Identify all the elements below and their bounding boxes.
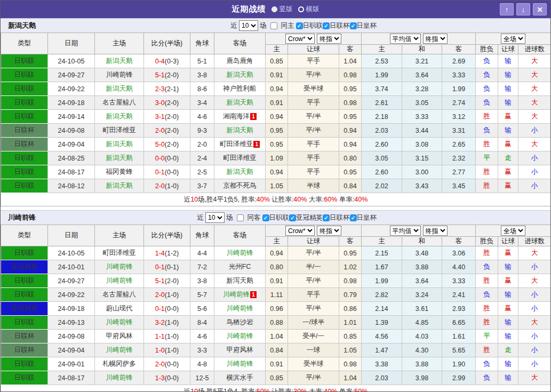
match-row: 日职联24-09-13川崎前锋3-2(1-0)8-4鸟栖沙岩0.88一/球半1.… bbox=[1, 316, 551, 330]
col-corner: 角球 bbox=[190, 33, 214, 54]
match-date-cell: 24-09-18 bbox=[48, 302, 95, 316]
result-goals-cell: 小 bbox=[518, 357, 551, 371]
checked-checkbox-icon[interactable] bbox=[350, 214, 357, 221]
league-filter-item[interactable]: 亚冠精英 bbox=[289, 213, 323, 222]
league-filter-item[interactable]: 日皇杯 bbox=[350, 21, 377, 30]
same-venue-label: 同主 bbox=[281, 21, 294, 30]
crow-away-odds-cell: 0.98 bbox=[339, 357, 362, 371]
layout-radio-horizontal[interactable]: 横版 bbox=[298, 5, 320, 14]
col-type: 类型 bbox=[1, 225, 48, 246]
close-button[interactable]: ✕ bbox=[533, 3, 547, 15]
layout-radio-vertical[interactable]: 竖版 bbox=[271, 5, 293, 14]
home-team-name: 新潟天鹅 bbox=[106, 140, 133, 148]
league-filter-item[interactable]: 日职联 bbox=[262, 213, 290, 222]
same-venue-checkbox[interactable] bbox=[270, 22, 277, 29]
same-venue-checkbox[interactable] bbox=[237, 214, 244, 221]
summary-label: 场,胜4平1负5, 胜率: bbox=[198, 196, 257, 203]
avg-draw-odds-cell: 3.61 bbox=[402, 302, 442, 316]
league-checkboxes: 日职联亚冠精英日联杯日皇杯 bbox=[262, 213, 377, 222]
checked-checkbox-icon[interactable] bbox=[323, 214, 330, 221]
away-team-name: 川崎前锋 bbox=[227, 305, 253, 312]
odds-source-select[interactable]: Crow* bbox=[285, 34, 315, 44]
avg-home-odds-cell: 2.18 bbox=[362, 110, 402, 124]
corner-cell: 4-4 bbox=[190, 246, 214, 260]
match-count-select[interactable]: 10 bbox=[239, 20, 258, 31]
sub-col-header: 让球 bbox=[498, 45, 518, 54]
score-cell: 5-1(2-0) bbox=[144, 68, 190, 82]
checked-checkbox-icon[interactable] bbox=[289, 214, 296, 221]
match-count-select[interactable]: 10 bbox=[205, 212, 225, 223]
scope-select[interactable]: 全场 bbox=[501, 226, 525, 236]
score-cell: 2-0(0-0) bbox=[144, 357, 190, 371]
crow-handicap-cell: 半球 bbox=[288, 179, 339, 193]
away-team-cell: 湘南海洋1 bbox=[214, 110, 266, 124]
checked-checkbox-icon[interactable] bbox=[323, 22, 330, 29]
avg-time-select[interactable]: 终指 bbox=[423, 34, 448, 44]
league-filter-item[interactable]: 日职联 bbox=[296, 21, 323, 30]
fulltime-score: 0-1 bbox=[155, 263, 165, 271]
avg-away-odds-cell: 3.45 bbox=[442, 179, 476, 193]
match-date-cell: 24-10-05 bbox=[48, 54, 95, 68]
radio-selected-icon[interactable] bbox=[271, 6, 277, 12]
match-date-cell: 24-09-22 bbox=[48, 82, 95, 96]
match-date-cell: 24-08-17 bbox=[48, 165, 95, 179]
league-filter-item[interactable]: 日联杯 bbox=[323, 213, 350, 222]
match-row: 日联杯24-09-04新潟天鹅5-0(2-0)2-0町田泽维亚10.95平手0.… bbox=[1, 138, 551, 151]
match-row: 日职联24-10-05新潟天鹅0-4(0-3)5-1鹿岛鹿角0.85平手1.04… bbox=[1, 54, 551, 68]
match-row: 日职联24-09-22新潟天鹅2-3(2-1)8-6神户胜利船0.94受半球0.… bbox=[1, 82, 551, 96]
halftime-score: (0-0) bbox=[165, 374, 179, 382]
checked-checkbox-icon[interactable] bbox=[350, 22, 357, 29]
result-handicap-cell: 输 bbox=[498, 288, 518, 302]
away-team-cell: 町田泽维亚 bbox=[214, 151, 266, 165]
summary-label: 单率: bbox=[337, 388, 354, 392]
home-team-cell: 新潟天鹅 bbox=[95, 54, 144, 68]
league-filter-item[interactable]: 日皇杯 bbox=[350, 213, 377, 222]
league-filter-item[interactable]: 日联杯 bbox=[323, 21, 350, 30]
odds-time-select[interactable]: 终指 bbox=[317, 34, 341, 44]
avg-source-select[interactable]: 平均值 bbox=[390, 226, 421, 236]
match-type-cell: 日联杯 bbox=[1, 138, 48, 151]
match-date-cell: 24-08-25 bbox=[48, 151, 95, 165]
crow-home-odds-cell: 1.11 bbox=[266, 288, 288, 302]
crow-home-odds-cell: 0.91 bbox=[266, 357, 288, 371]
score-cell: 5-0(2-0) bbox=[144, 138, 190, 151]
scope-select[interactable]: 全场 bbox=[501, 34, 525, 44]
move-up-button[interactable]: ↑ bbox=[500, 3, 514, 15]
sub-col-header: 客 bbox=[442, 45, 476, 54]
odds-source-select[interactable]: Crow* bbox=[285, 226, 315, 236]
avg-time-select[interactable]: 终指 bbox=[423, 226, 448, 236]
score-cell: 1-0(1-0) bbox=[144, 343, 190, 357]
halftime-score: (0-0) bbox=[165, 155, 179, 162]
section-header: 新潟天鹅 近 10 场 同主 日职联日联杯日皇杯 bbox=[1, 18, 550, 33]
score-cell: 3-1(2-0) bbox=[144, 110, 190, 124]
result-handicap-cell: 赢 bbox=[498, 179, 518, 193]
radio-unselected-icon[interactable] bbox=[298, 6, 304, 12]
avg-home-odds-cell: 1.47 bbox=[362, 343, 402, 357]
avg-home-odds-cell: 2.03 bbox=[362, 124, 402, 138]
corner-cell: 8-6 bbox=[190, 82, 214, 96]
col-home: 主场 bbox=[95, 225, 144, 246]
result-goals-cell: 小 bbox=[518, 151, 551, 165]
away-team-cell: 新潟天鹅 bbox=[214, 165, 266, 179]
odds-time-select[interactable]: 终指 bbox=[317, 226, 341, 236]
match-date-cell: 24-08-12 bbox=[48, 179, 95, 193]
result-winlose-cell: 负 bbox=[476, 68, 498, 82]
sub-col-header: 主 bbox=[362, 237, 402, 246]
score-cell: 1-3(0-0) bbox=[144, 371, 190, 385]
home-team-cell: 川崎前锋 bbox=[95, 371, 144, 385]
match-row: 亚冠精英24-10-01川崎前锋0-1(0-1)7-2光州FC0.80半/一1.… bbox=[1, 260, 551, 274]
match-row: 日职联24-08-25新潟天鹅0-0(0-0)2-4町田泽维亚1.09平手0.8… bbox=[1, 151, 551, 165]
move-down-button[interactable]: ↓ bbox=[516, 3, 530, 15]
games-label: 场 bbox=[260, 21, 267, 30]
home-team-cell: 川崎前锋 bbox=[95, 343, 144, 357]
match-row: 日职联24-10-05町田泽维亚1-4(1-2)4-4川崎前锋0.94平/半0.… bbox=[1, 246, 551, 260]
checked-checkbox-icon[interactable] bbox=[262, 214, 269, 221]
avg-source-select[interactable]: 平均值 bbox=[390, 34, 421, 44]
checked-checkbox-icon[interactable] bbox=[296, 22, 303, 29]
crow-handicap-cell: 受半/一 bbox=[288, 330, 339, 343]
result-goals-cell: 大 bbox=[518, 246, 551, 260]
crow-handicap-cell: 平/半 bbox=[288, 371, 339, 385]
halftime-score: (0-3) bbox=[165, 58, 179, 65]
away-team-cell: 町田泽维亚1 bbox=[214, 138, 266, 151]
home-team-name: 川崎前锋 bbox=[106, 277, 133, 284]
